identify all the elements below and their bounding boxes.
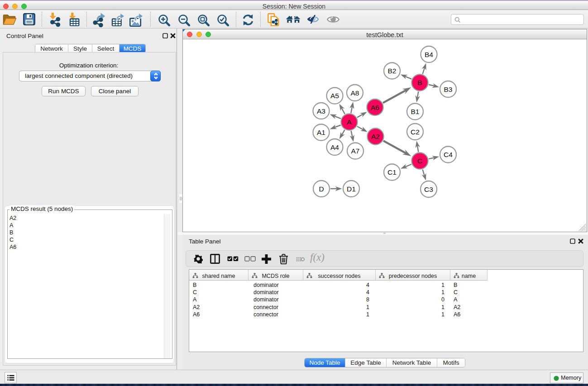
- svg-text:C1: C1: [387, 168, 397, 176]
- svg-text:A4: A4: [330, 143, 339, 151]
- svg-text:B4: B4: [425, 51, 433, 58]
- svg-text:D1: D1: [347, 185, 356, 193]
- svg-text:C3: C3: [424, 186, 433, 193]
- svg-text:A1: A1: [317, 129, 325, 136]
- svg-text:A6: A6: [371, 104, 379, 111]
- svg-text:A: A: [347, 118, 352, 126]
- svg-text:B: B: [417, 79, 422, 86]
- svg-text:B3: B3: [444, 86, 453, 93]
- svg-text:A7: A7: [351, 147, 360, 155]
- svg-text:A3: A3: [317, 107, 325, 115]
- svg-text:A2: A2: [371, 133, 380, 140]
- svg-text:B2: B2: [388, 67, 397, 75]
- svg-text:D: D: [319, 185, 324, 193]
- svg-text:B1: B1: [411, 108, 420, 115]
- svg-text:A8: A8: [351, 89, 359, 97]
- svg-text:C4: C4: [444, 151, 453, 158]
- svg-text:C: C: [417, 157, 422, 165]
- svg-text:C2: C2: [411, 128, 420, 136]
- svg-text:A5: A5: [330, 92, 339, 100]
